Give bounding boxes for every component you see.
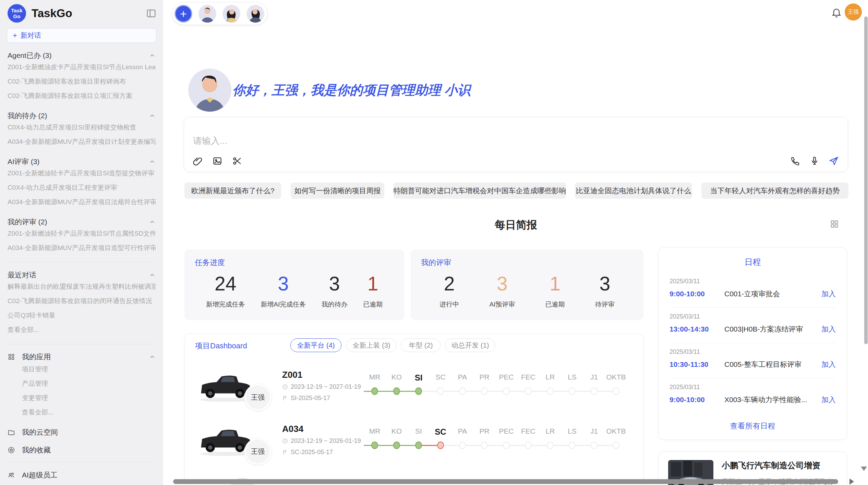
new-chat-button[interactable]: + 新对话 xyxy=(7,28,156,43)
avatar[interactable] xyxy=(198,5,216,23)
tab-all-new-platform[interactable]: 全新平台 (4) xyxy=(290,338,341,352)
scissors-icon[interactable] xyxy=(232,156,242,166)
section-my-todo: 我的待办 (2) xyxy=(8,111,156,120)
main-area: + 王强 你好，王强，我是你的项目管理助理 小识 请输入... xyxy=(163,0,868,485)
horizontal-scrollbar-thumb[interactable] xyxy=(173,479,838,484)
schedule-title: 日程 xyxy=(659,257,847,268)
divider xyxy=(8,344,156,344)
clock-icon xyxy=(282,438,288,444)
schedule-panel: 日程 2025/03/11 9:00-10:00 C001-立项审批会 加入 2… xyxy=(658,247,847,440)
app-item-product-mgmt[interactable]: 产品管理 xyxy=(8,376,156,391)
message-composer[interactable]: 请输入... xyxy=(184,117,848,172)
chevron-up-icon[interactable] xyxy=(149,353,156,360)
layout-grid-icon[interactable] xyxy=(830,219,839,229)
stat-in-progress: 2进行中 xyxy=(439,273,459,309)
sidebar-item-favorites[interactable]: 我的收藏 xyxy=(8,445,156,455)
list-item[interactable]: A034-全新新能源MUV产品开发项目造型可行性评审 xyxy=(8,241,156,255)
suggestion-chip[interactable]: 特朗普可能对进口汽车增税会对中国车企造成哪些影响 xyxy=(394,183,566,199)
schedule-item: 2025/03/11 9:00-10:00 X003-车辆动力学性能验... 加… xyxy=(670,378,836,413)
send-icon[interactable] xyxy=(829,156,839,166)
vertical-scrollbar-thumb[interactable] xyxy=(864,16,868,344)
attachment-icon[interactable] xyxy=(192,156,203,166)
join-link[interactable]: 加入 xyxy=(821,324,836,334)
list-item[interactable]: Z001-全新燃油皮卡产品开发项目SI节点Lesson Learn报告 xyxy=(8,60,156,74)
app-logo: TaskGo xyxy=(8,4,26,23)
sidebar-item-my-apps[interactable]: 我的应用 xyxy=(8,352,156,362)
project-dates: 2023-12-19 ~ 2026-01-19 xyxy=(282,437,361,445)
suggestion-chip[interactable]: 比亚迪全固态电池计划具体说了什么 xyxy=(575,183,692,199)
dashboard-title: 项目Dashboard xyxy=(195,341,247,351)
suggestion-chip[interactable]: 当下年轻人对汽车外观有怎样的喜好趋势 xyxy=(701,183,848,199)
list-item[interactable]: C0X4-动力总成开发项目工程变更评审 xyxy=(8,181,156,195)
list-item[interactable]: C02-飞腾新能源轻客改款项目的闭环通告反馈情况 xyxy=(8,294,156,308)
list-item[interactable]: C02-飞腾新能源轻客改款项目立项汇报方案 xyxy=(8,89,156,103)
agent-switcher: + xyxy=(172,3,267,25)
card-title: 任务进度 xyxy=(195,258,225,268)
microphone-icon[interactable] xyxy=(809,156,820,166)
view-all-link[interactable]: 查看全部... xyxy=(8,323,156,337)
people-icon xyxy=(8,471,15,479)
list-item[interactable]: 公司Q3轻卡销量 xyxy=(8,308,156,323)
sidebar-item-ai-staff[interactable]: AI超级员工 xyxy=(8,470,156,480)
folder-icon xyxy=(8,428,15,436)
sidebar-collapse-icon[interactable] xyxy=(146,8,156,18)
image-icon[interactable] xyxy=(212,156,222,166)
suggestion-chip[interactable]: 欧洲新规最近颁布了什么? xyxy=(184,183,281,199)
list-item[interactable]: 解释最新出台的欧盟报废车法规再生塑料比例被调至15%... xyxy=(8,279,156,294)
divider xyxy=(8,262,156,262)
join-link[interactable]: 加入 xyxy=(821,360,836,369)
owner-badge: 王强 xyxy=(244,384,271,411)
app-item-project-mgmt[interactable]: 项目管理 xyxy=(8,362,156,376)
chevron-up-icon[interactable] xyxy=(149,219,156,225)
project-code: A034 xyxy=(282,424,303,434)
avatar[interactable] xyxy=(246,5,264,23)
project-dates: 2023-12-19 ~ 2027-01-19 xyxy=(282,383,361,390)
briefing-title: 每日简报 xyxy=(184,218,848,232)
view-all-link[interactable]: 查看全部... xyxy=(8,405,156,420)
chevron-up-icon[interactable] xyxy=(149,158,156,165)
list-item[interactable]: A034-全新新能源MUV产品开发项目计划变更表编写 xyxy=(8,135,156,149)
stat-overdue: 1已逾期 xyxy=(363,273,383,309)
suggestion-chip[interactable]: 如何写一份清晰的项目周报 xyxy=(291,183,384,199)
tab-powertrain-dev[interactable]: 动总开发 (1) xyxy=(445,338,495,352)
plus-icon: + xyxy=(13,31,17,40)
section-agent-done: Agent已办 (3) xyxy=(8,51,156,60)
tab-new-superstructure[interactable]: 全新上装 (3) xyxy=(346,338,397,352)
project-code: Z001 xyxy=(282,370,302,380)
flag-icon xyxy=(282,395,288,401)
chevron-up-icon[interactable] xyxy=(149,272,156,278)
add-agent-button[interactable]: + xyxy=(174,5,192,23)
project-flag: SC-2025-05-17 xyxy=(282,449,333,456)
grid-icon xyxy=(8,353,15,361)
schedule-item: 2025/03/11 13:00-14:30 C003|H0B-方案冻结评审 加… xyxy=(670,308,836,343)
section-recent-chats: 最近对话 xyxy=(8,271,156,279)
list-item[interactable]: C0X4-动力总成开发项目SI里程碑提交物检查 xyxy=(8,120,156,135)
avatar[interactable] xyxy=(222,5,240,23)
phone-icon[interactable] xyxy=(790,156,800,166)
star-icon xyxy=(8,446,15,454)
tab-model-year[interactable]: 年型 (2) xyxy=(401,338,441,352)
list-item[interactable]: C02-飞腾新能源轻客改款项目里程碑画布 xyxy=(8,74,156,89)
app-title: TaskGo xyxy=(32,7,146,20)
user-avatar[interactable]: 王强 xyxy=(845,3,862,21)
chevron-up-icon[interactable] xyxy=(149,52,156,59)
task-progress-card: 任务进度 24新增完成任务 3新增AI完成任务 3我的待办 1已逾期 xyxy=(184,249,404,320)
view-all-schedule-link[interactable]: 查看所有日程 xyxy=(659,421,847,431)
list-item[interactable]: A034-全新新能源MUV产品开发项目法规符合性评审 xyxy=(8,195,156,209)
scroll-down-arrow[interactable] xyxy=(861,467,867,471)
owner-badge: 王强 xyxy=(244,438,271,465)
scroll-right-arrow[interactable] xyxy=(849,478,854,485)
stat-overdue: 1已逾期 xyxy=(545,273,565,309)
join-link[interactable]: 加入 xyxy=(821,289,836,299)
join-link[interactable]: 加入 xyxy=(821,395,836,405)
notification-bell-icon[interactable] xyxy=(831,7,842,18)
sidebar-item-cloud-space[interactable]: 我的云空间 xyxy=(8,427,156,437)
milestone-strip: MRKOSISCPAPRPECFECLRLSJ1OKTB xyxy=(364,427,627,467)
chevron-up-icon[interactable] xyxy=(149,112,156,119)
list-item[interactable]: Z001-全新燃油轻卡产品开发项目SI节点属性5D文件评审 xyxy=(8,226,156,241)
list-item[interactable]: Z001-全新燃油轻卡产品开发项目SI造型提交物评审 xyxy=(8,166,156,181)
app-item-change-mgmt[interactable]: 变更管理 xyxy=(8,391,156,405)
stat-pending-review: 3待评审 xyxy=(595,273,615,309)
composer-placeholder: 请输入... xyxy=(193,135,227,147)
project-flag: SI-2025-05-17 xyxy=(282,395,330,402)
